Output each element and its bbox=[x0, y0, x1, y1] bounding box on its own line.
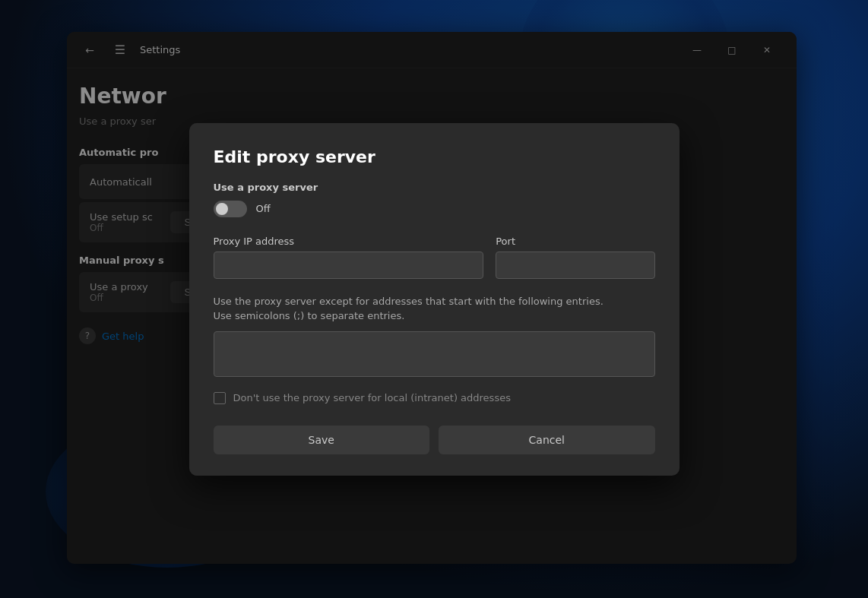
ip-port-row: Proxy IP address Port bbox=[214, 236, 655, 279]
modal-title: Edit proxy server bbox=[214, 147, 655, 166]
modal-overlay: Edit proxy server Use a proxy server Off… bbox=[0, 0, 868, 598]
exception-textarea[interactable] bbox=[214, 331, 655, 377]
save-button[interactable]: Save bbox=[214, 426, 430, 454]
proxy-toggle[interactable] bbox=[214, 201, 247, 217]
port-group: Port bbox=[496, 236, 654, 279]
port-input[interactable] bbox=[496, 252, 654, 279]
proxy-ip-input[interactable] bbox=[214, 252, 484, 279]
proxy-ip-label: Proxy IP address bbox=[214, 236, 484, 247]
local-addresses-checkbox-row[interactable]: Don't use the proxy server for local (in… bbox=[214, 392, 655, 404]
proxy-toggle-row: Off bbox=[214, 201, 655, 217]
modal-footer: Save Cancel bbox=[214, 426, 655, 454]
use-proxy-server-label: Use a proxy server bbox=[214, 182, 655, 193]
proxy-ip-group: Proxy IP address bbox=[214, 236, 484, 279]
local-addresses-label: Don't use the proxy server for local (in… bbox=[233, 392, 511, 403]
local-addresses-checkbox[interactable] bbox=[214, 392, 226, 404]
exception-description: Use the proxy server except for addresse… bbox=[214, 294, 655, 324]
port-label: Port bbox=[496, 236, 654, 247]
cancel-button[interactable]: Cancel bbox=[439, 426, 655, 454]
proxy-toggle-label: Off bbox=[256, 203, 271, 214]
proxy-toggle-knob bbox=[216, 203, 228, 215]
edit-proxy-modal: Edit proxy server Use a proxy server Off… bbox=[189, 123, 680, 476]
